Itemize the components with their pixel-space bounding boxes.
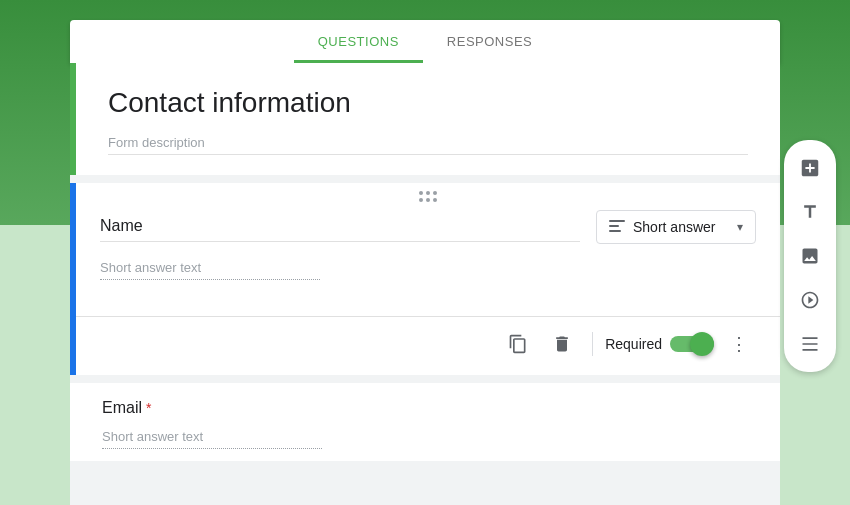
question-row: Short answer ▾	[100, 210, 756, 244]
required-row: Required	[605, 332, 714, 356]
drag-dots	[419, 191, 437, 202]
email-question-title: Email *	[102, 399, 748, 417]
drag-handle[interactable]	[76, 183, 780, 206]
required-label: Required	[605, 336, 662, 352]
question-name-input[interactable]	[100, 213, 580, 242]
dot	[433, 198, 437, 202]
form-title-card: Contact information Form description	[70, 63, 780, 175]
type-dropdown[interactable]: Short answer ▾	[596, 210, 756, 244]
dot	[419, 198, 423, 202]
svg-rect-0	[609, 220, 625, 222]
toggle-thumb	[690, 332, 714, 356]
svg-rect-1	[609, 225, 619, 227]
email-answer-placeholder: Short answer text	[102, 429, 322, 449]
type-label: Short answer	[633, 219, 729, 235]
delete-button[interactable]	[544, 326, 580, 362]
footer-divider	[592, 332, 593, 356]
required-toggle[interactable]	[670, 332, 714, 356]
dot	[433, 191, 437, 195]
question-card-name: Short answer ▾ Short answer text	[70, 183, 780, 375]
form-title: Contact information	[108, 87, 748, 119]
answer-placeholder: Short answer text	[100, 260, 320, 280]
right-sidebar	[784, 140, 836, 372]
tabs-bar: QUESTIONS RESPONSES	[70, 20, 780, 63]
more-options-button[interactable]: ⋮	[722, 325, 756, 363]
question-card-email: Email * Short answer text	[70, 383, 780, 461]
add-image-button[interactable]	[790, 236, 830, 276]
type-icon	[609, 220, 625, 234]
dot	[419, 191, 423, 195]
svg-rect-2	[609, 230, 621, 232]
email-label: Email	[102, 399, 142, 417]
tab-questions[interactable]: QUESTIONS	[294, 20, 423, 63]
add-section-button[interactable]	[790, 324, 830, 364]
main-container: QUESTIONS RESPONSES Contact information …	[70, 20, 780, 505]
add-title-button[interactable]	[790, 192, 830, 232]
chevron-down-icon: ▾	[737, 220, 743, 234]
tab-responses[interactable]: RESPONSES	[423, 20, 556, 63]
question-footer: Required ⋮	[76, 316, 780, 375]
add-question-button[interactable]	[790, 148, 830, 188]
question-body: Short answer ▾ Short answer text	[76, 206, 780, 316]
question-input-wrapper	[100, 213, 580, 242]
form-description[interactable]: Form description	[108, 135, 748, 155]
add-video-button[interactable]	[790, 280, 830, 320]
copy-button[interactable]	[500, 326, 536, 362]
content-area: Contact information Form description	[70, 63, 780, 505]
required-star: *	[146, 400, 151, 416]
dot	[426, 191, 430, 195]
dot	[426, 198, 430, 202]
